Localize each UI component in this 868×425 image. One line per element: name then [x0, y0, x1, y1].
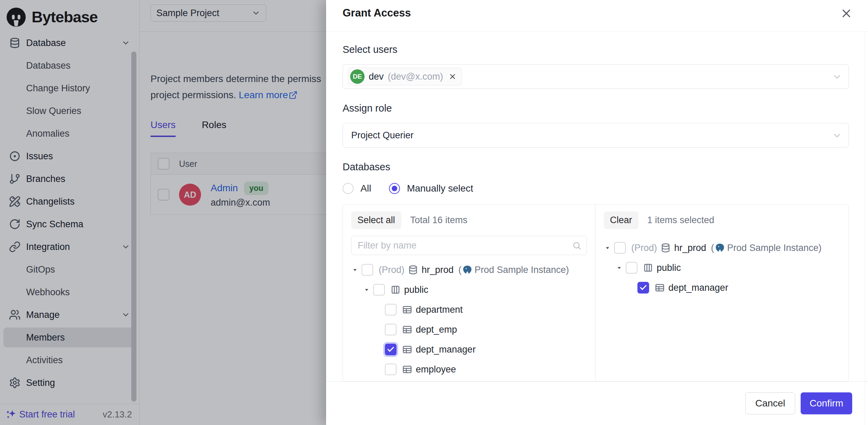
tree-row-database[interactable]: (Prod) hr_prod ( Prod Sample Instance) — [351, 260, 587, 280]
modal-header: Grant Access — [326, 0, 868, 32]
checkbox[interactable] — [385, 324, 397, 335]
modal-footer: Cancel Confirm — [326, 381, 868, 425]
select-all-button[interactable]: Select all — [351, 211, 401, 229]
filter-field — [351, 236, 587, 255]
role-select[interactable]: Project Querier — [343, 123, 849, 148]
user-tag: DE dev (dev@x.com) — [348, 68, 462, 85]
chevron-down-icon — [832, 72, 842, 82]
close-icon[interactable] — [840, 7, 853, 20]
checkbox[interactable] — [373, 284, 385, 296]
checkbox[interactable] — [626, 262, 637, 274]
tree-row-schema[interactable]: public — [351, 280, 587, 300]
chevron-down-icon — [832, 130, 842, 141]
checkbox[interactable] — [385, 304, 397, 315]
checkbox-checked[interactable] — [637, 282, 649, 294]
radio-manually-select[interactable]: Manually select — [389, 183, 473, 194]
modal-body: Select users DE dev (dev@x.com) Assign r… — [326, 32, 868, 381]
cancel-button[interactable]: Cancel — [745, 392, 795, 414]
radio-icon — [343, 183, 354, 194]
filter-input[interactable] — [351, 236, 587, 255]
modal-title: Grant Access — [343, 7, 411, 19]
screen: Bytebase Database Databases Change Histo… — [0, 0, 868, 425]
picker-source-panel: Select all Total 16 items (Prod) — [343, 205, 596, 381]
checkbox[interactable] — [385, 364, 397, 375]
select-users-label: Select users — [343, 44, 849, 55]
table-icon — [402, 324, 412, 335]
checkbox[interactable] — [361, 264, 373, 276]
total-items-label: Total 16 items — [410, 215, 468, 226]
caret-down-icon[interactable] — [604, 244, 611, 252]
users-select[interactable]: DE dev (dev@x.com) — [343, 64, 849, 89]
modal-backdrop[interactable] — [0, 0, 326, 425]
tree-row-table[interactable]: dept_manager — [604, 278, 840, 298]
avatar: DE — [350, 69, 365, 84]
caret-down-icon[interactable] — [351, 266, 359, 274]
source-tree: (Prod) hr_prod ( Prod Sample Instance) p… — [351, 260, 587, 379]
selected-tree: (Prod) hr_prod ( Prod Sample Instance) p… — [604, 238, 840, 298]
database-picker: Select all Total 16 items (Prod) — [343, 204, 849, 381]
selected-items-label: 1 items selected — [647, 215, 714, 226]
remove-tag-icon[interactable] — [448, 72, 457, 81]
database-icon — [660, 243, 671, 253]
clear-button[interactable]: Clear — [604, 211, 638, 229]
checkbox[interactable] — [614, 242, 626, 254]
assign-role-label: Assign role — [343, 103, 849, 114]
postgresql-icon — [462, 265, 472, 275]
tree-row-database[interactable]: (Prod) hr_prod ( Prod Sample Instance) — [604, 238, 840, 258]
tree-row-table[interactable]: dept_emp — [351, 320, 587, 340]
tree-row-table[interactable]: employee — [351, 359, 587, 379]
schema-icon — [643, 263, 653, 273]
tree-row-table[interactable]: department — [351, 300, 587, 320]
radio-icon — [389, 183, 400, 194]
table-icon — [402, 305, 412, 315]
caret-down-icon[interactable] — [363, 286, 370, 294]
database-scope-radios: All Manually select — [343, 183, 849, 194]
caret-down-icon[interactable] — [615, 264, 623, 272]
tree-row-schema[interactable]: public — [604, 258, 840, 278]
table-icon — [655, 283, 665, 293]
tree-row-table[interactable]: dept_manager — [351, 340, 587, 359]
schema-icon — [390, 285, 401, 295]
table-icon — [402, 364, 412, 375]
search-icon — [572, 241, 581, 250]
grant-access-modal: Grant Access Select users DE dev (dev@x.… — [326, 0, 868, 425]
databases-label: Databases — [343, 161, 849, 173]
picker-selected-panel: Clear 1 items selected (Prod) hr_prod ( — [596, 205, 848, 381]
radio-all[interactable]: All — [343, 183, 371, 194]
database-icon — [408, 265, 418, 275]
confirm-button[interactable]: Confirm — [801, 392, 852, 414]
checkbox-checked[interactable] — [385, 344, 397, 355]
table-icon — [402, 344, 412, 355]
postgresql-icon — [715, 243, 725, 253]
